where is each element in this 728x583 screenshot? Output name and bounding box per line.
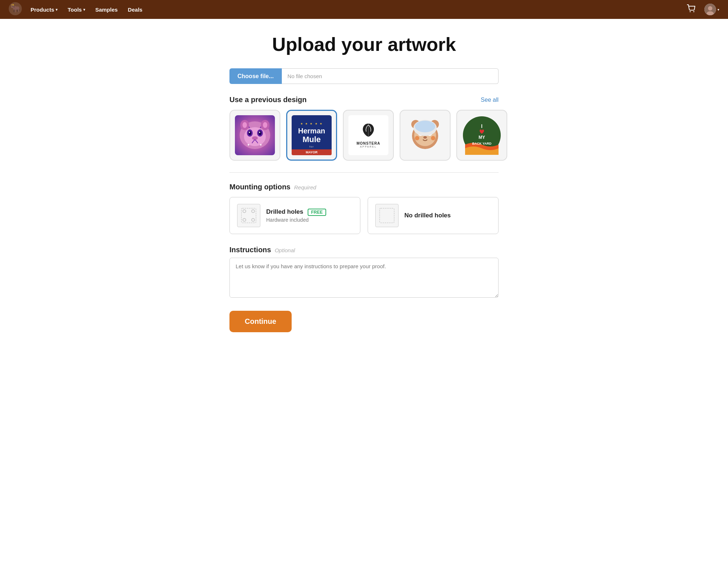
page-title: Upload your artwork [229, 33, 499, 55]
svg-text:MY: MY [479, 135, 485, 140]
mounting-options-title: Mounting options [229, 183, 291, 191]
svg-point-34 [415, 136, 419, 140]
svg-point-44 [243, 218, 246, 221]
svg-point-42 [243, 210, 246, 213]
svg-point-18 [263, 122, 267, 128]
svg-point-33 [415, 121, 435, 132]
no-drilled-holes-info: No drilled holes [404, 212, 491, 219]
file-upload-row: Choose file... No file chosen [229, 68, 499, 84]
previous-designs-title: Use a previous design [229, 96, 307, 104]
user-avatar-wrapper[interactable]: ▾ [704, 4, 719, 15]
design-card-tiger[interactable]: ✦ ✦ [229, 110, 280, 161]
nav-item-deals[interactable]: Deals [124, 4, 146, 15]
choose-file-button[interactable]: Choose file... [229, 68, 282, 84]
svg-point-43 [252, 210, 255, 213]
svg-text:I: I [481, 123, 483, 129]
design-card-animal[interactable] [400, 110, 451, 161]
avatar [704, 4, 716, 15]
svg-point-12 [259, 131, 261, 135]
svg-point-19 [252, 136, 258, 140]
navigation: 🐂 Products ▾ Tools ▾ Samples Deals [0, 0, 728, 19]
svg-point-45 [252, 218, 255, 221]
svg-rect-46 [380, 208, 394, 223]
svg-point-3 [693, 11, 695, 12]
svg-text:✦: ✦ [259, 143, 262, 147]
nav-item-samples[interactable]: Samples [92, 4, 121, 15]
avatar-chevron-icon: ▾ [717, 8, 719, 12]
svg-point-13 [249, 132, 250, 133]
design-card-backyard[interactable]: I MY BACK YARD [456, 110, 507, 161]
free-badge: FREE [308, 209, 326, 216]
see-all-link[interactable]: See all [481, 97, 499, 103]
chevron-down-icon: ▾ [56, 8, 57, 12]
instructions-textarea[interactable] [229, 258, 499, 298]
svg-point-35 [431, 136, 435, 140]
designs-grid: ✦ ✦ ★ ★ ★ ★ ★ Herman Mule for MAYOR [229, 110, 499, 161]
no-drilled-holes-icon [375, 204, 399, 227]
file-chosen-label: No file chosen [282, 68, 499, 84]
drilled-holes-info: Drilled holes FREE Hardware included [266, 208, 353, 223]
instructions-optional-label: Optional [275, 247, 295, 253]
nav-item-products[interactable]: Products ▾ [27, 4, 61, 15]
design-card-monstera[interactable]: MONSTERA APPAREL [343, 110, 394, 161]
svg-text:🐂: 🐂 [11, 3, 21, 13]
svg-point-36 [423, 136, 427, 139]
cart-icon[interactable] [684, 3, 699, 16]
continue-button[interactable]: Continue [229, 311, 292, 332]
svg-point-5 [708, 6, 712, 11]
previous-designs-header: Use a previous design See all [229, 96, 499, 104]
drilled-holes-name: Drilled holes [266, 208, 303, 215]
svg-text:BACK YARD: BACK YARD [472, 142, 492, 145]
mounting-options-section: Mounting options Required [229, 183, 499, 234]
svg-point-11 [248, 131, 251, 135]
instructions-title: Instructions [229, 246, 271, 254]
chevron-down-icon: ▾ [83, 8, 85, 12]
nav-item-tools[interactable]: Tools ▾ [64, 4, 89, 15]
svg-point-14 [259, 132, 260, 133]
nav-logo[interactable]: 🐂 [9, 2, 22, 17]
instructions-header: Instructions Optional [229, 246, 499, 254]
main-content: Upload your artwork Choose file... No fi… [222, 19, 506, 354]
svg-text:✦: ✦ [247, 143, 250, 147]
no-drilled-holes-name: No drilled holes [404, 212, 451, 219]
mounting-options-grid: Drilled holes FREE Hardware included No … [229, 197, 499, 234]
design-card-herman-mule[interactable]: ★ ★ ★ ★ ★ Herman Mule for MAYOR [286, 110, 337, 161]
drilled-holes-sub: Hardware included [266, 217, 353, 223]
svg-point-17 [243, 122, 247, 128]
svg-point-2 [690, 11, 691, 12]
drilled-holes-icon [237, 204, 260, 227]
mounting-required-label: Required [294, 184, 316, 190]
mounting-options-header: Mounting options Required [229, 183, 499, 191]
svg-rect-41 [241, 208, 256, 223]
mounting-option-drilled[interactable]: Drilled holes FREE Hardware included [229, 197, 360, 234]
section-divider [229, 172, 499, 173]
instructions-section: Instructions Optional [229, 246, 499, 311]
previous-designs-section: Use a previous design See all [229, 96, 499, 161]
mounting-option-no-drilled[interactable]: No drilled holes [368, 197, 499, 234]
